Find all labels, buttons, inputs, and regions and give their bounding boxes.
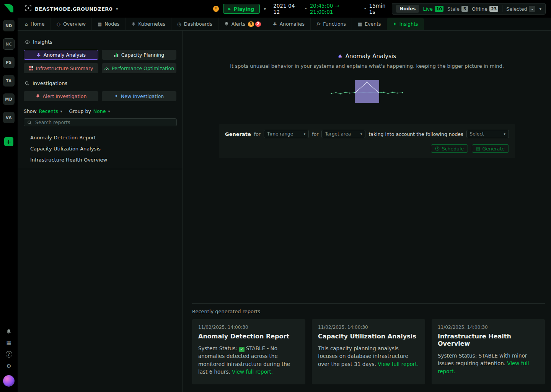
help-icon[interactable]: ? [6, 351, 12, 358]
report-list-item[interactable]: Capacity Utilization Analysis [24, 143, 177, 154]
divider [502, 5, 502, 12]
anomaly-clover-icon: ♣ [36, 52, 41, 57]
nodes-offline-filter[interactable]: Offline 23 [472, 6, 498, 12]
separator-dot: • [364, 6, 367, 11]
integrations-icon[interactable]: ▦ [6, 340, 11, 345]
group-by-value-dropdown[interactable]: None [93, 108, 106, 114]
live-label: Live [423, 6, 433, 12]
generate-actions: Schedule ▤ Generate [225, 144, 509, 153]
recent-reports-list: Anomaly Detection Report Capacity Utiliz… [24, 132, 177, 165]
chevron-down-icon: ▾ [504, 132, 505, 136]
nodes-stale-filter[interactable]: Stale 5 [447, 6, 468, 12]
node-name[interactable]: BEASTMODE.GROUNDZER0 [35, 6, 112, 12]
time-range-select[interactable]: Time range ▾ [264, 130, 309, 138]
workspace-tile-nc[interactable]: NC [3, 38, 15, 50]
insights-icon: ✦ [393, 22, 397, 26]
report-list-item[interactable]: Anomaly Detection Report [24, 132, 177, 143]
nodes-live-filter[interactable]: Live 10 [423, 6, 443, 12]
node-chevron-icon[interactable]: ▾ [116, 7, 118, 11]
tab-label: Alerts [231, 21, 245, 27]
view-full-report-link[interactable]: View full report. [232, 369, 273, 375]
report-card-title: Infrastructure Health Overview [438, 333, 539, 347]
tab-alerts[interactable]: Alerts 3 2 [218, 18, 267, 30]
date-range-picker[interactable]: 2021-04-12 • 20:45:00 → 21:00:01 • 15min… [273, 3, 392, 15]
recent-reports-header: Recently generated reports [192, 309, 545, 314]
report-card[interactable]: 11/02/2025, 14:00:30 Capacity Utilizatio… [312, 319, 425, 384]
insight-button-capacity-planning[interactable]: Capacity Planning [102, 50, 176, 60]
chevron-down-icon[interactable]: ▾ [108, 109, 110, 113]
search-icon [27, 120, 32, 125]
search-reports-input[interactable] [34, 119, 173, 126]
playing-button[interactable]: ▶ Playing [223, 4, 260, 14]
show-value-dropdown[interactable]: Recents [39, 108, 58, 114]
workspace-tile-nd[interactable]: ND [3, 20, 15, 31]
target-area-select[interactable]: Target area ▾ [321, 130, 365, 138]
tab-label: Nodes [104, 21, 119, 27]
eye-icon [24, 40, 30, 44]
tab-overview[interactable]: ◎ Overview [51, 18, 91, 30]
alerts-warning-badge: 3 [248, 21, 254, 27]
tab-label: Home [31, 21, 45, 27]
user-avatar[interactable] [3, 375, 15, 387]
new-investigation-button[interactable]: ✦ New Investigation [102, 91, 176, 101]
insight-button-infrastructure-summary[interactable]: Infrastructure Summary [24, 63, 98, 73]
kubernetes-icon: ☸ [131, 22, 135, 26]
tab-kubernetes[interactable]: ☸ Kubernetes [125, 18, 171, 30]
report-card-body: System Status: ✓ STABLE - No anomalies d… [198, 345, 299, 376]
notifications-bell-icon[interactable] [6, 329, 11, 334]
workspace-tile-ta[interactable]: TA [3, 75, 15, 87]
chevron-down-icon: ▾ [360, 132, 362, 136]
alerts-bell-icon [224, 21, 229, 27]
report-list-item[interactable]: Infrastructure Health Overview [24, 154, 177, 165]
report-card[interactable]: 11/02/2025, 14:00:30 Anomaly Detection R… [192, 319, 305, 384]
nodes-selected-dropdown[interactable]: Selected - [506, 6, 535, 12]
insights-header-label: Insights [33, 39, 52, 45]
tab-home[interactable]: ⌂ Home [19, 18, 51, 30]
alert-bell-icon [36, 94, 40, 98]
playing-chevron-icon[interactable]: ▾ [264, 7, 266, 11]
chevron-down-icon[interactable]: ▾ [60, 109, 62, 113]
check-icon: ✓ [239, 347, 245, 352]
target-area-select-value: Target area [325, 131, 351, 137]
workspace-tile-md[interactable]: MD [3, 93, 15, 105]
insight-buttons: ♣ Anomaly Analysis Capacity Planning Inf… [24, 50, 177, 73]
insight-button-performance-optimization[interactable]: Performance Optimization [102, 63, 176, 73]
generate-button[interactable]: ▤ Generate [472, 144, 509, 153]
nodes-select-value: Select [470, 131, 484, 137]
schedule-button-label: Schedule [442, 146, 464, 152]
tab-functions[interactable]: ƒx Functions [310, 18, 352, 30]
nodes-icon: ▤ [98, 22, 102, 26]
schedule-button[interactable]: Schedule [431, 144, 468, 153]
tab-insights[interactable]: ✦ Insights [387, 18, 424, 30]
alert-investigation-button[interactable]: Alert Investigation [24, 91, 98, 101]
view-full-report-link[interactable]: View full report. [378, 361, 419, 367]
duration-value: 15min 1s [369, 3, 392, 15]
workspace-tile-va[interactable]: VA [3, 112, 15, 123]
generate-label: Generate [225, 131, 251, 137]
workspace-tile-ps[interactable]: PS [3, 57, 15, 68]
insight-button-anomaly-analysis[interactable]: ♣ Anomaly Analysis [24, 50, 98, 60]
nodes-select[interactable]: Select ▾ [466, 130, 509, 138]
stale-count-badge: 5 [461, 6, 468, 12]
tab-dashboards[interactable]: ◷ Dashboards [171, 18, 218, 30]
node-selector[interactable]: BEASTMODE.GROUNDZER0 ▾ [25, 5, 118, 13]
netdata-logo[interactable] [4, 4, 14, 13]
insights-sidebar: Insights ♣ Anomaly Analysis Capacity Pla… [18, 31, 183, 392]
settings-gear-icon[interactable]: ⚙ [7, 363, 11, 369]
tab-events[interactable]: ▦ Events [352, 18, 387, 30]
nodes-chevron-icon[interactable]: ▾ [539, 7, 541, 11]
investigations-header-label: Investigations [33, 80, 67, 86]
events-icon: ▦ [358, 22, 362, 26]
report-card-title: Capacity Utilization Analysis [318, 333, 419, 340]
home-icon: ⌂ [25, 22, 28, 26]
tab-anomalies[interactable]: ♣ Anomalies [267, 18, 310, 30]
add-workspace-button[interactable]: + [4, 137, 13, 146]
page-title-label: Anomaly Analysis [346, 53, 396, 60]
warning-icon[interactable]: ! [213, 6, 219, 12]
tab-label: Insights [399, 21, 418, 27]
report-card-body: System Status: STABLE with minor issues … [438, 352, 539, 375]
generate-button-label: Generate [483, 146, 505, 152]
tab-nodes[interactable]: ▤ Nodes [91, 18, 125, 30]
group-by-label: Group by [69, 108, 91, 114]
report-card[interactable]: 11/02/2025, 14:00:30 Infrastructure Heal… [432, 319, 545, 384]
